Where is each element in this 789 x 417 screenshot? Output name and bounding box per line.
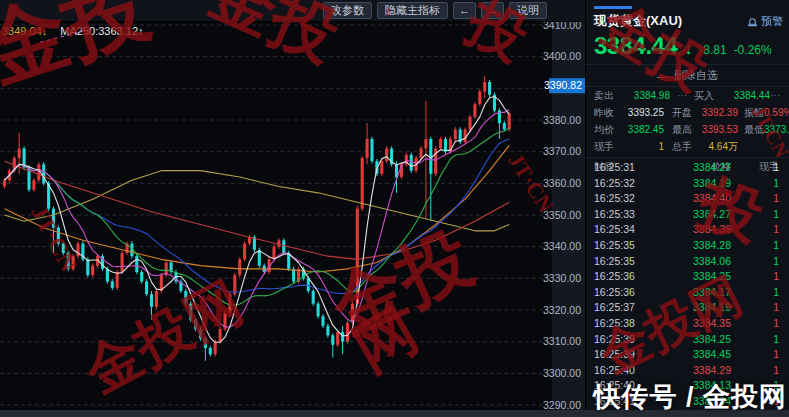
time-and-sales-list[interactable]: 16:25:313384.27116:25:323384.19116:25:32… bbox=[586, 160, 789, 410]
low-value: 3373.51 bbox=[764, 121, 789, 138]
amplitude-label: 振幅 bbox=[738, 104, 764, 121]
y-axis-tick: 3360.00 bbox=[543, 177, 581, 189]
remove-watchlist-button[interactable]: — 删除自选 bbox=[586, 64, 789, 87]
high-value: 3393.53 bbox=[692, 121, 738, 138]
prev-close-label: 昨收 bbox=[594, 104, 620, 121]
tape-row: 16:25:343384.391 bbox=[586, 222, 789, 238]
sell-label: 卖出 bbox=[594, 87, 620, 104]
ma-line-ma30 bbox=[5, 139, 510, 293]
sell-more-dots: ··· bbox=[670, 87, 694, 104]
y-axis-tick: 3290.00 bbox=[543, 399, 581, 411]
hide-indicator-button[interactable]: 隐藏主指标 bbox=[377, 2, 448, 19]
tape-row: 16:25:403384.291 bbox=[586, 363, 789, 379]
sell-price: 3384.98 bbox=[620, 87, 670, 104]
y-axis-tick: 3340.00 bbox=[543, 240, 581, 252]
minus-icon: — bbox=[657, 70, 668, 82]
y-axis-tick: 3300.00 bbox=[543, 367, 581, 379]
ma-line-ma5 bbox=[5, 97, 510, 343]
buy-more-dots: ··· bbox=[770, 87, 781, 104]
tape-row: 16:25:403384.131 bbox=[586, 378, 789, 394]
change-params-button[interactable]: 改参数 bbox=[323, 2, 372, 19]
remove-watchlist-label: 删除自选 bbox=[674, 68, 718, 83]
ma-line-ma120 bbox=[5, 161, 510, 259]
ma-line-ma250 bbox=[5, 171, 510, 231]
tape-row: 16:25:353384.061 bbox=[586, 254, 789, 270]
prev-arrow-button[interactable]: ← bbox=[453, 2, 476, 19]
quote-summary: 卖出 3384.98 ··· 买入 3384.44 ··· 昨收 3393.25… bbox=[586, 87, 789, 158]
last-price-row: 3384.44 ↓ -8.81 -0.26% bbox=[586, 30, 789, 60]
alert-button[interactable]: 预警 bbox=[747, 14, 783, 29]
y-axis-tick: 3330.00 bbox=[543, 272, 581, 284]
tape-row: 16:25:413384.241 bbox=[586, 394, 789, 410]
y-axis-tick: 3320.00 bbox=[543, 304, 581, 316]
tape-row: 16:25:323384.191 bbox=[586, 176, 789, 192]
tape-row: 16:25:333384.271 bbox=[586, 207, 789, 223]
y-axis-tick: 3310.00 bbox=[543, 335, 581, 347]
trading-app-window: 改参数 隐藏主指标 ← → 说明 3349.04↓ MA250:3363.12↑… bbox=[0, 0, 789, 417]
price-change: -8.81 bbox=[699, 43, 726, 57]
down-arrow-icon: ↓ bbox=[684, 40, 692, 58]
y-axis-tick: 3410.00 bbox=[543, 22, 581, 31]
tape-row: 16:25:323384.401 bbox=[586, 191, 789, 207]
cur-lot-label: 现手 bbox=[594, 138, 620, 155]
buy-label: 买入 bbox=[694, 87, 720, 104]
quote-panel: 现货黄金(XAU) 预警 3384.44 ↓ -8.81 -0.26% — 删除… bbox=[585, 0, 789, 410]
y-axis-tick: 3370.00 bbox=[543, 145, 581, 157]
total-vol-label: 总手 bbox=[664, 138, 692, 155]
tape-row: 16:25:363384.251 bbox=[586, 269, 789, 285]
alert-label: 预警 bbox=[761, 14, 783, 29]
y-axis-tick: 3400.00 bbox=[543, 50, 581, 62]
prev-close-value: 3393.25 bbox=[620, 104, 664, 121]
help-button[interactable]: 说明 bbox=[509, 2, 547, 19]
alarm-icon bbox=[747, 16, 758, 27]
open-value: 3392.39 bbox=[692, 104, 738, 121]
tape-row: 16:25:373384.191 bbox=[586, 300, 789, 316]
tape-row: 16:25:313384.271 bbox=[586, 160, 789, 176]
price-change-pct: -0.26% bbox=[734, 43, 772, 57]
tape-row: 16:25:383384.351 bbox=[586, 316, 789, 332]
ma-line-ma10 bbox=[5, 110, 510, 328]
high-label: 最高 bbox=[664, 121, 692, 138]
buy-price: 3384.44 bbox=[720, 87, 770, 104]
tape-row: 16:25:393384.451 bbox=[586, 347, 789, 363]
ma250-value: MA250:3363.12↑ bbox=[60, 25, 143, 37]
last-price: 3384.44 bbox=[594, 32, 677, 60]
cur-lot-value: 1 bbox=[620, 138, 664, 155]
svg-text:3390.82: 3390.82 bbox=[544, 79, 582, 91]
next-arrow-button[interactable]: → bbox=[481, 2, 504, 19]
tape-row: 16:25:393384.251 bbox=[586, 332, 789, 348]
ma-indicator-labels: 3349.04↓ MA250:3363.12↑ bbox=[2, 25, 144, 37]
open-label: 开盘 bbox=[664, 104, 692, 121]
y-axis-tick: 3380.00 bbox=[543, 114, 581, 126]
avg-price-value: 3382.45 bbox=[620, 121, 664, 138]
active-tab-indicator bbox=[594, 6, 632, 9]
y-axis-tick: 3350.00 bbox=[543, 209, 581, 221]
candlestick-chart[interactable]: 3410.003400.003380.003370.003360.003350.… bbox=[0, 22, 585, 410]
chart-toolbar: 改参数 隐藏主指标 ← → 说明 bbox=[0, 0, 585, 22]
low-label: 最低 bbox=[738, 121, 764, 138]
amplitude-value: 0.59% bbox=[764, 104, 789, 121]
bottom-status-bar bbox=[0, 410, 789, 417]
ma-value-left: 3349.04↓ bbox=[2, 25, 47, 37]
symbol-name: 现货黄金(XAU) bbox=[594, 12, 682, 30]
avg-price-label: 均价 bbox=[594, 121, 620, 138]
tape-row: 16:25:353384.281 bbox=[586, 238, 789, 254]
total-vol-value: 4.64万 bbox=[692, 138, 738, 155]
ma-line-ma60 bbox=[5, 145, 510, 272]
tape-row: 16:25:363384.171 bbox=[586, 285, 789, 301]
